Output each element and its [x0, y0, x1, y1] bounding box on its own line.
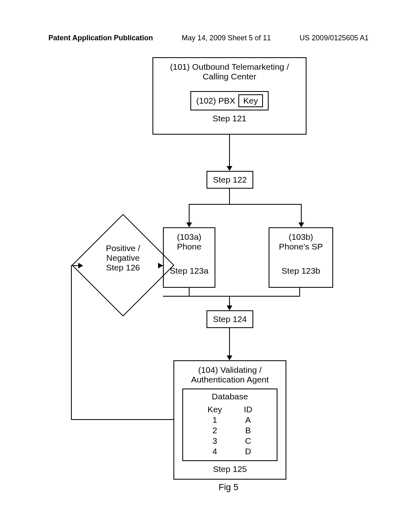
box-104-title-l2: Authentication Agent — [174, 375, 286, 384]
connector-line — [71, 419, 174, 420]
box-104: (104) Validating / Authentication Agent … — [173, 360, 286, 480]
connector-line — [299, 288, 300, 297]
step-124: Step 124 — [213, 314, 247, 324]
connector-line — [163, 296, 300, 297]
box-step124: Step 124 — [206, 310, 253, 328]
box-101-title-l2: Calling Center — [153, 72, 306, 81]
page-header: Patent Application Publication May 14, 2… — [0, 34, 413, 42]
box-101: (101) Outbound Telemarketing / Calling C… — [152, 57, 307, 135]
connector-line — [71, 265, 72, 420]
arrowhead-icon — [298, 222, 304, 227]
table-row: 4D — [197, 447, 263, 456]
arrowhead-icon — [186, 222, 192, 227]
header-mid: May 14, 2009 Sheet 5 of 11 — [182, 34, 271, 42]
table-row: 2B — [197, 426, 263, 435]
step-123b: Step 123b — [269, 266, 332, 276]
arrowhead-icon — [78, 263, 83, 268]
step-125: Step 125 — [174, 464, 286, 474]
header-left: Patent Application Publication — [48, 34, 153, 42]
pbx-label: (102) PBX — [196, 96, 235, 106]
arrow-line — [229, 135, 230, 167]
connector-line — [71, 265, 79, 266]
box-102-pbx: (102) PBX Key — [190, 91, 268, 110]
diamond-l1: Positive / — [87, 243, 159, 253]
key-box: Key — [238, 94, 263, 107]
box-101-title-l1: (101) Outbound Telemarketing / — [153, 62, 306, 72]
box-103a-sub: Phone — [164, 242, 215, 251]
connector-line — [301, 204, 302, 223]
box-103b-title: (103b) — [269, 232, 332, 242]
arrowhead-icon — [227, 355, 232, 360]
connector-line — [229, 189, 230, 205]
box-104-title-l1: (104) Validating / — [174, 365, 286, 375]
database-box: Database Key ID 1A 2B 3C 4D — [182, 389, 277, 461]
box-step122: Step 122 — [206, 171, 253, 189]
table-row: 3C — [197, 436, 263, 446]
database-title: Database — [183, 392, 277, 401]
header-right: US 2009/0125605 A1 — [300, 34, 369, 42]
arrowhead-icon — [158, 263, 163, 268]
figure-caption: Fig 5 — [219, 482, 238, 493]
diamond-l3: Step 126 — [87, 263, 159, 272]
connector-line — [229, 296, 230, 306]
connector-line — [189, 204, 302, 205]
db-col-id: ID — [234, 405, 263, 414]
diamond-text: Positive / Negative Step 126 — [87, 243, 159, 272]
connector-line — [189, 204, 190, 223]
connector-line — [229, 328, 230, 356]
step-122: Step 122 — [213, 175, 247, 184]
db-col-key: Key — [197, 405, 232, 414]
box-103a-title: (103a) — [164, 232, 215, 242]
connector-line — [189, 288, 190, 297]
step-121: Step 121 — [153, 114, 306, 123]
box-103a: (103a) Phone Step 123a — [163, 227, 215, 288]
arrowhead-icon — [227, 305, 232, 310]
diamond-l2: Negative — [87, 253, 159, 263]
database-table: Key ID 1A 2B 3C 4D — [196, 404, 263, 457]
arrowhead-icon — [227, 166, 232, 171]
table-row: 1A — [197, 415, 263, 425]
box-103b: (103b) Phone's SP Step 123b — [269, 227, 333, 288]
box-103b-sub: Phone's SP — [269, 242, 332, 251]
